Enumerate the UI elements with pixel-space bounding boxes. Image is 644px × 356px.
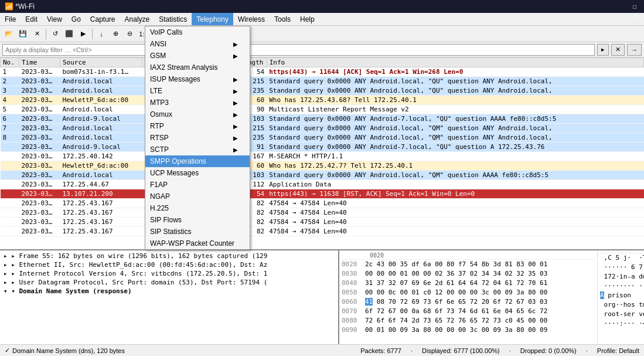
col-no[interactable]: No. [1,58,19,67]
telephony-menu-item[interactable]: SIP Statistics [145,226,250,238]
hex-ascii-row: ,C 5 j· ·T·=··· [600,253,642,263]
menu-telephony[interactable]: Telephony [192,13,233,25]
table-cell: 172.25.43.167 [60,208,142,218]
table-row[interactable]: 82023-03…Android.localS235Standard query… [1,133,644,143]
menu-analyze[interactable]: Analyze [120,13,155,25]
toolbar-zoomin[interactable]: ⊕ [109,28,122,40]
table-row[interactable]: 42023-03…HewlettP_6d:ac:0060Who has 172.… [1,96,644,105]
telephony-menu-item[interactable]: RTSP▶ [145,132,250,144]
telephony-menu-item[interactable]: RTP▶ [145,120,250,132]
col-info[interactable]: Info [267,58,643,67]
telephony-menu-item[interactable]: UCP Messages [145,167,250,179]
toolbar-restart[interactable]: ↺ [49,28,62,40]
filter-clear-button[interactable]: ✕ [611,44,625,56]
status-dropped: Dropped: 0 (0.00%) [520,347,577,354]
statusbar-right: Packets: 6777 · Displayed: 6777 (100.00%… [360,347,639,354]
telephony-menu-item[interactable]: LTE▶ [145,85,250,97]
table-row[interactable]: 2023-03…HewlettP_6d:ac:0060Who has 172.2… [1,161,644,171]
telephony-menu-item[interactable]: SIP Flows [145,214,250,226]
table-row[interactable]: 2023-03…Android.localS103Standard query … [1,171,644,180]
telephony-menu-item[interactable]: F1AP [145,179,250,191]
hex-offset: 0090 [342,326,363,335]
menu-capture[interactable]: Capture [86,13,120,25]
maximize-button[interactable]: □ [630,2,639,11]
table-row[interactable]: 2023-03…172.25.44.67v1.2112Application D… [1,180,644,189]
table-row[interactable]: 2023-03…172.25.43.167255.255.255.2…UDP82… [1,218,644,227]
table-row[interactable]: 22023-03…Android.localS215Standard query… [1,77,644,86]
table-cell: 2 [1,77,19,86]
toolbar-open[interactable]: 📂 [2,28,15,40]
table-row[interactable]: 72023-03…Android.localS215Standard query… [1,124,644,133]
hex-left: 0020 00202c 43 00 35 df 6a 00 80 f7 54 8… [339,250,597,344]
table-row[interactable]: 2023-03…13.107.21.20054https(443) → 1163… [1,189,644,199]
toolbar-start[interactable]: ▶ [77,28,90,40]
telephony-menu-item[interactable]: MTP3▶ [145,97,250,109]
status-sep3: · [586,347,588,354]
table-cell [1,152,19,161]
menu-file[interactable]: File [0,13,21,25]
hex-view[interactable]: 0020 00202c 43 00 35 df 6a 00 80 f7 54 8… [339,250,644,344]
table-cell: 13.107.21.200 [60,189,142,199]
menu-item-label: SIP Flows [150,216,182,224]
menu-item-label: UCP Messages [150,169,199,177]
filter-apply-button[interactable]: ▸ [597,44,609,56]
packet-list[interactable]: No. Time Source Destination Protocol Len… [0,57,644,250]
packet-detail[interactable]: ▸ Frame 55: 162 bytes on wire (1296 bits… [0,250,339,344]
titlebar: 📶 *Wi-Fi — □ ✕ [0,0,644,13]
telephony-menu-item[interactable]: VoIP Calls [145,26,250,38]
col-time[interactable]: Time [19,58,60,67]
table-cell: Android-9.local [60,114,142,124]
table-row[interactable]: 2023-03…172.25.43.167255.255.255.2…UDP82… [1,199,644,208]
table-cell: M-SEARCH * HTTP/1.1 [267,152,643,161]
table-row[interactable]: 2023-03…172.25.40.142P167M-SEARCH * HTTP… [1,152,644,161]
table-cell: Android-9.local [60,143,142,152]
toolbar-close[interactable]: ✕ [30,28,43,40]
toolbar-zoomout[interactable]: ⊖ [123,28,136,40]
close-button[interactable]: ✕ [630,11,639,21]
detail-row[interactable]: ▸ Ethernet II, Src: HewlettP_6d:ac:00 (0… [1,260,337,269]
menu-statistics[interactable]: Statistics [154,13,192,25]
toolbar: 📂 💾 ✕ ↺ ⬛ ▶ ↓ ⊕ ⊖ 1:1 ← → ⚙ [0,26,644,42]
menu-view[interactable]: View [42,13,67,25]
hex-ascii-row: 172·in-a ddr·arpa [600,272,642,282]
table-cell [1,199,19,208]
menu-wireless[interactable]: Wireless [233,13,270,25]
telephony-menu-item[interactable]: GSM▶ [145,50,250,62]
telephony-menu-item[interactable]: SMPP Operations [145,155,250,167]
telephony-menu-item[interactable]: Osmux▶ [145,109,250,120]
table-row[interactable]: 2023-03…Android-9.localS91Standard query… [1,143,644,152]
telephony-menu-item[interactable]: IAX2 Stream Analysis [145,62,250,73]
table-row[interactable]: 32023-03…Android.localS235Standard query… [1,86,644,96]
detail-row[interactable]: ▾ Domain Name System (response) [1,287,337,296]
main-area: No. Time Source Destination Protocol Len… [0,57,644,344]
table-row[interactable]: 2023-03…172.25.43.167255.255.255.2…UDP82… [1,227,644,236]
col-source[interactable]: Source [60,58,142,67]
toolbar-stop[interactable]: ⬛ [63,28,76,40]
hex-bytes-container: 00202c 43 00 35 df 6a 00 80 f7 54 8b 3d … [342,260,595,335]
table-cell [1,208,19,218]
telephony-menu-item[interactable]: H.225 [145,202,250,214]
telephony-menu-item[interactable]: SCTP▶ [145,144,250,155]
filter-bookmark-button[interactable]: → [627,44,642,56]
detail-row[interactable]: ▸ Frame 55: 162 bytes on wire (1296 bits… [1,252,337,260]
table-row[interactable]: 52023-03…Android.localIPv690Multicast Li… [1,105,644,114]
menu-go[interactable]: Go [67,13,86,25]
telephony-menu-item[interactable]: ANSI▶ [145,38,250,50]
toolbar-save[interactable]: 💾 [16,28,29,40]
menu-help[interactable]: Help [295,13,319,25]
telephony-menu-item[interactable]: NGAP [145,191,250,202]
submenu-arrow-icon: ▶ [233,41,238,48]
telephony-menu-item[interactable]: ISUP Messages▶ [145,73,250,85]
menu-edit[interactable]: Edit [21,13,42,25]
table-row[interactable]: 2023-03…172.25.43.167255.255.255.2…UDP82… [1,208,644,218]
toolbar-autoscroll[interactable]: ↓ [95,28,108,40]
filter-input[interactable] [2,44,595,56]
table-row[interactable]: 62023-03…Android-9.localS103Standard que… [1,114,644,124]
table-row[interactable]: 12023-03…bom07s31-in-f3.1…54https(443) →… [1,67,644,77]
toolbar-sep1 [46,29,46,39]
telephony-menu-item[interactable]: WAP-WSP Packet Counter [145,238,250,249]
detail-row[interactable]: ▸ User Datagram Protocol, Src Port: doma… [1,278,337,287]
menu-tools[interactable]: Tools [270,13,295,25]
detail-row[interactable]: ▸ Internet Protocol Version 4, Src: vitb… [1,269,337,278]
hex-header-bytes: 0020 [370,252,384,259]
